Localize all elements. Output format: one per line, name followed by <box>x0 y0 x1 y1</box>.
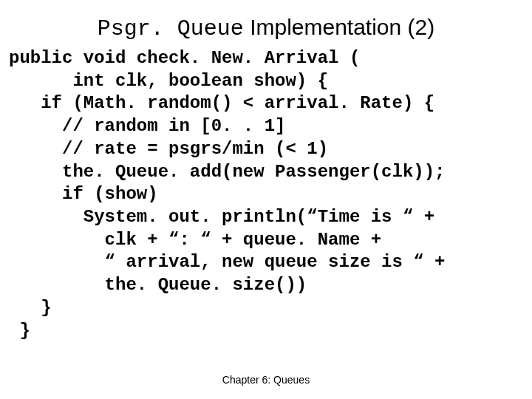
code-line: // rate = psgrs/min (< 1) <box>9 139 328 159</box>
slide-footer: Chapter 6: Queues <box>0 374 532 386</box>
title-rest: Implementation (2) <box>244 15 434 39</box>
slide-title: Psgr. Queue Implementation (2) <box>0 0 532 47</box>
code-line: } <box>9 298 52 318</box>
code-block: public void check. New. Arrival ( int cl… <box>0 47 532 342</box>
title-mono: Psgr. Queue <box>98 16 244 41</box>
code-line: “ arrival, new queue size is “ + <box>9 252 446 272</box>
code-line: } <box>9 321 30 341</box>
slide: Psgr. Queue Implementation (2) public vo… <box>0 0 532 399</box>
code-line: if (Math. random() < arrival. Rate) { <box>9 93 434 113</box>
code-line: if (show) <box>9 184 158 204</box>
code-line: System. out. println(“Time is “ + <box>9 207 434 227</box>
code-line: the. Queue. add(new Passenger(clk)); <box>9 162 446 182</box>
code-line: // random in [0. . 1] <box>9 116 285 136</box>
code-line: public void check. New. Arrival ( <box>9 48 360 68</box>
code-line: int clk, boolean show) { <box>9 71 328 91</box>
code-line: the. Queue. size()) <box>9 275 307 295</box>
code-line: clk + “: “ + queue. Name + <box>9 230 381 250</box>
